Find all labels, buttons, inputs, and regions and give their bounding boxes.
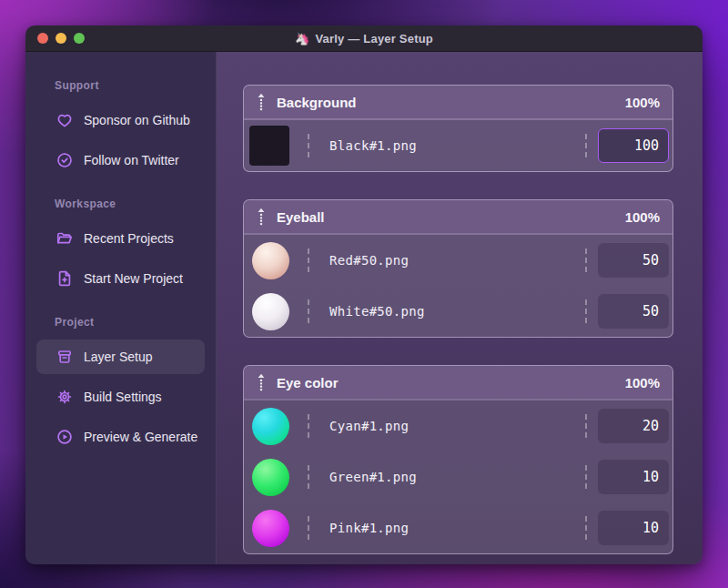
- black-square-thumbnail: [249, 126, 289, 166]
- white-sphere-thumbnail: [252, 293, 289, 330]
- row-drag-dots[interactable]: [308, 414, 309, 438]
- layer-filename: Pink#1.png: [329, 521, 409, 535]
- drag-handle-icon[interactable]: [257, 93, 266, 111]
- layer-row-red-50-png[interactable]: Red#50.png: [244, 235, 672, 286]
- layer-filename: Cyan#1.png: [329, 419, 409, 433]
- titlebar[interactable]: 🦄 Varly — Layer Setup: [25, 25, 703, 52]
- sidebar-item-label: Layer Setup: [84, 350, 153, 364]
- layer-group-eye-color: Eye color 100% Cyan#1.png Green#1.png Pi…: [243, 365, 673, 554]
- layer-weight-input[interactable]: [598, 511, 669, 545]
- cyan-sphere-thumbnail: [252, 408, 289, 445]
- separator-dots: [585, 465, 587, 489]
- archive-box-icon: [55, 348, 74, 367]
- layer-weight-input[interactable]: [598, 409, 669, 443]
- sidebar-section-label-workspace: Workspace: [36, 198, 205, 212]
- sidebar-item-label: Recent Projects: [84, 231, 174, 246]
- folder-open-icon: [55, 229, 74, 248]
- row-drag-dots[interactable]: [308, 465, 309, 489]
- layer-row-pink-1-png[interactable]: Pink#1.png: [244, 502, 672, 553]
- sidebar-section: Project Layer Setup Build Settings Previ…: [36, 316, 205, 454]
- layer-group-background: Background 100% Black#1.png: [243, 85, 673, 172]
- layer-filename: White#50.png: [329, 304, 425, 319]
- layer-row-white-50-png[interactable]: White#50.png: [244, 286, 672, 337]
- layer-weight-input[interactable]: [598, 460, 669, 494]
- layer-group-header[interactable]: Background 100%: [244, 86, 672, 118]
- layer-setup-panel: Background 100% Black#1.png Eyeball 100%: [217, 52, 703, 564]
- layer-row-cyan-1-png[interactable]: Cyan#1.png: [244, 400, 672, 451]
- minimize-button[interactable]: [56, 33, 66, 44]
- sidebar-item-follow-on-twitter[interactable]: Follow on Twitter: [36, 143, 205, 177]
- sidebar-section: Support Sponsor on Github Follow on Twit…: [36, 79, 205, 177]
- layer-row-green-1-png[interactable]: Green#1.png: [244, 451, 672, 502]
- sidebar-item-layer-setup[interactable]: Layer Setup: [36, 340, 205, 374]
- layer-row-black-1-png[interactable]: Black#1.png: [244, 120, 672, 171]
- row-drag-dots[interactable]: [308, 516, 309, 540]
- close-button[interactable]: [37, 33, 48, 44]
- layer-weight-input[interactable]: [598, 243, 669, 278]
- traffic-lights: [37, 25, 85, 51]
- sidebar-section-label-project: Project: [36, 316, 205, 330]
- drag-handle-icon[interactable]: [257, 208, 266, 226]
- layer-filename: Green#1.png: [329, 470, 417, 484]
- layer-weight-input[interactable]: [598, 128, 669, 163]
- layer-group-name: Eyeball: [277, 209, 325, 225]
- layer-group-header[interactable]: Eyeball 100%: [244, 200, 672, 233]
- layer-group-header[interactable]: Eye color 100%: [244, 366, 672, 399]
- layer-group-eyeball: Eyeball 100% Red#50.png White#50.png: [243, 199, 673, 338]
- app-window: 🦄 Varly — Layer Setup Support Sponsor on…: [25, 25, 703, 564]
- gear-icon: [55, 388, 74, 407]
- window-content: Support Sponsor on Github Follow on Twit…: [25, 52, 703, 564]
- sidebar-item-sponsor-on-github[interactable]: Sponsor on Github: [36, 103, 205, 137]
- layer-group-weight: 100%: [625, 375, 660, 390]
- file-plus-icon: [55, 269, 74, 289]
- verified-badge-icon: [55, 151, 74, 170]
- sidebar-item-label: Build Settings: [84, 390, 162, 404]
- heart-icon: [55, 111, 74, 130]
- sidebar-item-label: Preview & Generate: [84, 430, 197, 444]
- sidebar-section: Workspace Recent Projects Start New Proj…: [36, 198, 205, 296]
- play-circle-icon: [55, 428, 74, 447]
- layer-filename: Red#50.png: [329, 253, 409, 268]
- unicorn-app-icon: 🦄: [295, 32, 309, 46]
- layer-weight-input[interactable]: [598, 294, 669, 329]
- window-title-text: Varly — Layer Setup: [315, 32, 433, 46]
- layer-group-name: Eye color: [277, 375, 339, 390]
- sidebar-item-preview-generate[interactable]: Preview & Generate: [36, 420, 205, 454]
- sidebar-section-label-support: Support: [36, 79, 205, 94]
- sidebar-item-label: Follow on Twitter: [84, 153, 179, 167]
- red-sphere-thumbnail: [252, 242, 289, 279]
- layer-filename: Black#1.png: [329, 138, 417, 153]
- green-sphere-thumbnail: [252, 459, 289, 496]
- sidebar-item-label: Start New Project: [84, 271, 183, 286]
- sidebar-item-start-new-project[interactable]: Start New Project: [36, 261, 205, 296]
- separator-dots: [585, 248, 587, 272]
- sidebar: Support Sponsor on Github Follow on Twit…: [25, 52, 217, 564]
- zoom-button[interactable]: [74, 33, 85, 44]
- row-drag-dots[interactable]: [308, 134, 309, 157]
- layer-group-weight: 100%: [625, 95, 660, 110]
- layer-group-weight: 100%: [625, 209, 660, 225]
- separator-dots: [585, 414, 587, 438]
- row-drag-dots[interactable]: [308, 299, 309, 323]
- layer-group-name: Background: [277, 95, 357, 110]
- separator-dots: [585, 516, 587, 540]
- sidebar-item-label: Sponsor on Github: [84, 113, 190, 127]
- separator-dots: [585, 134, 587, 157]
- separator-dots: [585, 299, 587, 323]
- row-drag-dots[interactable]: [308, 248, 309, 272]
- pink-sphere-thumbnail: [252, 510, 289, 547]
- sidebar-item-build-settings[interactable]: Build Settings: [36, 380, 205, 414]
- window-title: 🦄 Varly — Layer Setup: [295, 32, 433, 46]
- drag-handle-icon[interactable]: [257, 373, 266, 391]
- sidebar-item-recent-projects[interactable]: Recent Projects: [36, 221, 205, 256]
